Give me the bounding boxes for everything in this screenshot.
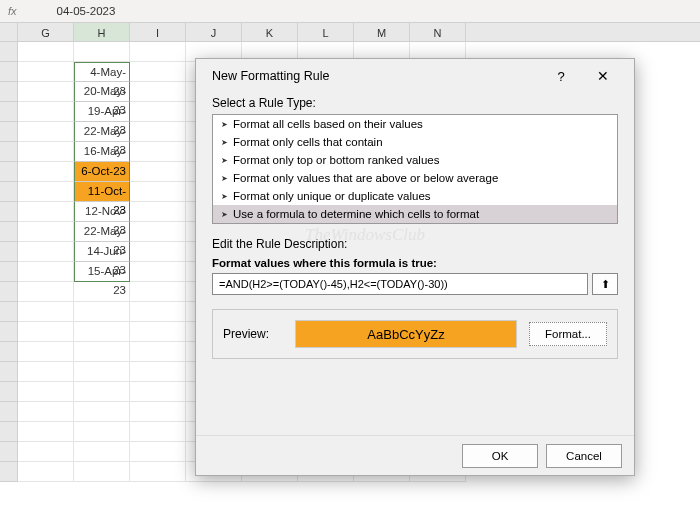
cell[interactable] — [130, 422, 186, 442]
formula-input[interactable] — [212, 273, 588, 295]
col-header-h[interactable]: H — [74, 23, 130, 41]
cell[interactable] — [130, 242, 186, 262]
rule-type-item[interactable]: Format only unique or duplicate values — [213, 187, 617, 205]
corner[interactable] — [0, 23, 18, 41]
cell[interactable] — [130, 42, 186, 62]
cell[interactable] — [74, 282, 130, 302]
cell[interactable] — [18, 62, 74, 82]
cell[interactable]: 11-Oct-23 — [74, 182, 130, 202]
cell[interactable] — [130, 282, 186, 302]
col-header-j[interactable]: J — [186, 23, 242, 41]
rule-type-item[interactable]: Format only cells that contain — [213, 133, 617, 151]
rule-type-item[interactable]: Use a formula to determine which cells t… — [213, 205, 617, 223]
collapse-dialog-icon[interactable]: ⬆ — [592, 273, 618, 295]
cell[interactable] — [130, 302, 186, 322]
cell[interactable] — [18, 322, 74, 342]
cell[interactable] — [130, 222, 186, 242]
cell[interactable] — [130, 142, 186, 162]
cell[interactable] — [18, 462, 74, 482]
formula-label: Format values where this formula is true… — [212, 257, 618, 269]
col-header-n[interactable]: N — [410, 23, 466, 41]
ok-button[interactable]: OK — [462, 444, 538, 468]
cell[interactable] — [74, 42, 130, 62]
cell[interactable] — [130, 462, 186, 482]
help-button[interactable]: ? — [540, 69, 582, 84]
format-button[interactable]: Format... — [529, 322, 607, 346]
cell[interactable] — [130, 162, 186, 182]
cell[interactable] — [130, 402, 186, 422]
preview-box: AaBbCcYyZz — [295, 320, 517, 348]
cell[interactable] — [18, 222, 74, 242]
cell[interactable] — [74, 342, 130, 362]
column-headers: GHIJKLMN — [0, 22, 700, 42]
cell[interactable] — [130, 102, 186, 122]
dialog-buttons: OK Cancel — [196, 435, 634, 475]
dialog-titlebar: New Formatting Rule ? ✕ — [196, 59, 634, 93]
fx-icon[interactable]: fx — [8, 5, 17, 17]
cell[interactable] — [130, 182, 186, 202]
col-header-g[interactable]: G — [18, 23, 74, 41]
cell[interactable] — [18, 122, 74, 142]
cell[interactable] — [18, 102, 74, 122]
cell[interactable] — [18, 82, 74, 102]
new-formatting-rule-dialog: New Formatting Rule ? ✕ Select a Rule Ty… — [195, 58, 635, 476]
cell[interactable] — [18, 162, 74, 182]
cell[interactable] — [18, 42, 74, 62]
cell[interactable] — [130, 322, 186, 342]
cell[interactable] — [74, 362, 130, 382]
cell[interactable] — [130, 62, 186, 82]
cell[interactable]: 16-May-23 — [74, 142, 130, 162]
rule-type-item[interactable]: Format only values that are above or bel… — [213, 169, 617, 187]
cell[interactable] — [18, 382, 74, 402]
cell[interactable]: 19-Apr-23 — [74, 102, 130, 122]
edit-description-label: Edit the Rule Description: — [212, 237, 618, 251]
col-header-i[interactable]: I — [130, 23, 186, 41]
cell[interactable] — [74, 422, 130, 442]
cell[interactable]: 12-Nov-23 — [74, 202, 130, 222]
col-header-k[interactable]: K — [242, 23, 298, 41]
rule-type-item[interactable]: Format all cells based on their values — [213, 115, 617, 133]
cell[interactable] — [18, 362, 74, 382]
cell[interactable] — [74, 382, 130, 402]
cell[interactable] — [18, 402, 74, 422]
formula-value[interactable]: 04-05-2023 — [57, 5, 116, 17]
cell[interactable] — [74, 402, 130, 422]
cell[interactable]: 4-May-23 — [74, 62, 130, 82]
cell[interactable] — [74, 302, 130, 322]
cell[interactable]: 6-Oct-23 — [74, 162, 130, 182]
cell[interactable]: 15-Apr-23 — [74, 262, 130, 282]
cell[interactable] — [18, 342, 74, 362]
col-header-l[interactable]: L — [298, 23, 354, 41]
cell[interactable] — [130, 362, 186, 382]
cell[interactable] — [18, 182, 74, 202]
cell[interactable] — [130, 202, 186, 222]
cell[interactable] — [18, 242, 74, 262]
cell[interactable] — [130, 342, 186, 362]
cell[interactable] — [18, 422, 74, 442]
col-header-m[interactable]: M — [354, 23, 410, 41]
select-rule-type-label: Select a Rule Type: — [212, 96, 618, 110]
cell[interactable]: 14-Jun-23 — [74, 242, 130, 262]
cell[interactable] — [74, 442, 130, 462]
cell[interactable] — [130, 122, 186, 142]
rule-type-item[interactable]: Format only top or bottom ranked values — [213, 151, 617, 169]
cell[interactable] — [18, 302, 74, 322]
cell[interactable]: 22-May-23 — [74, 222, 130, 242]
cell[interactable] — [130, 382, 186, 402]
cell[interactable] — [18, 282, 74, 302]
cell[interactable] — [18, 142, 74, 162]
close-button[interactable]: ✕ — [582, 68, 624, 84]
cell[interactable] — [74, 322, 130, 342]
cell[interactable] — [130, 82, 186, 102]
cell[interactable] — [18, 442, 74, 462]
cell[interactable] — [18, 262, 74, 282]
cell[interactable] — [18, 202, 74, 222]
cell[interactable] — [130, 442, 186, 462]
cancel-button[interactable]: Cancel — [546, 444, 622, 468]
formula-bar: fx 04-05-2023 — [0, 0, 700, 22]
cell[interactable]: 22-May-23 — [74, 122, 130, 142]
cell[interactable] — [130, 262, 186, 282]
cell[interactable]: 20-May-23 — [74, 82, 130, 102]
rule-type-list[interactable]: Format all cells based on their valuesFo… — [212, 114, 618, 224]
cell[interactable] — [74, 462, 130, 482]
